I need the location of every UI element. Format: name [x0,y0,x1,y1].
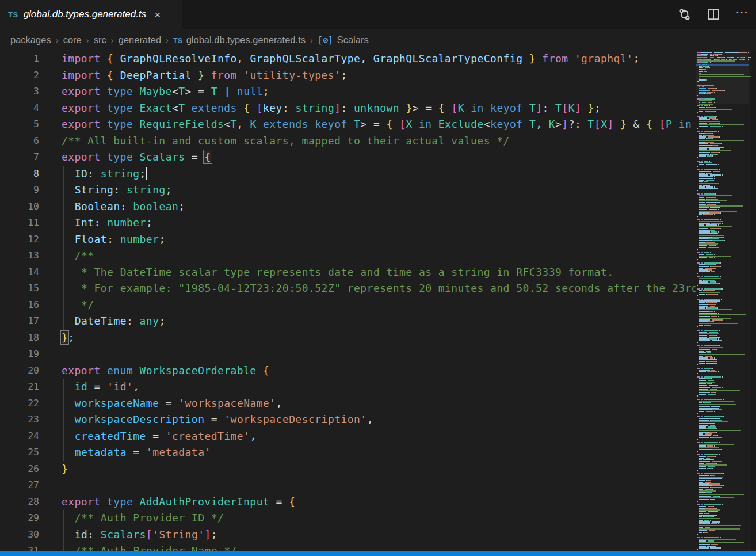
minimap-content [697,52,749,551]
breadcrumb-item-file[interactable]: TS global.db.types.generated.ts [173,35,306,45]
code-token [101,69,107,81]
code-token: key [263,102,282,114]
minimap-viewport-slider[interactable] [696,51,749,104]
breadcrumb-item-src[interactable]: src [94,35,106,45]
line-number: 5 [0,116,39,133]
code-token [204,69,211,81]
code-line: import { GraphQLResolveInfo, GraphQLScal… [62,51,696,67]
code-token: String [75,184,114,196]
code-token: , [536,118,549,130]
more-actions-icon[interactable]: ⋯ [735,7,749,21]
indent-guide [63,510,64,527]
code-token: string [295,102,334,114]
code-token: > = [185,85,211,97]
code-token: ; [633,52,639,64]
line-number: 18 [0,330,39,346]
code-token: , [367,413,373,425]
tab-close-icon[interactable]: × [154,9,161,20]
code-token: ; [68,332,74,344]
code-token: /** All built-in and custom scalars, map… [62,135,510,147]
code-line: Boolean: boolean; [62,199,696,215]
line-number: 16 [0,297,39,314]
code-token: type [107,85,133,97]
indent-guide [63,280,64,297]
code-line: Int: number; [62,215,696,231]
code-token: ; [341,69,347,81]
code-token: Scalars [139,151,185,163]
symbol-type-icon: [⊘] [318,35,333,45]
code-token [536,52,542,64]
indent-guide [63,297,64,314]
code-token: * The DateTime scalar type represents da… [75,266,614,278]
code-token: { [107,69,113,81]
code-token: ] [575,102,581,114]
code-token: { [243,102,250,114]
code-token [445,102,451,114]
code-token: RequireFields [139,118,224,130]
breadcrumb-item-packages[interactable]: packages [10,35,51,45]
code-token: DeepPartial [120,69,192,81]
code-token: Boolean [75,200,120,212]
indent-guide [63,444,64,461]
compare-changes-icon[interactable] [678,7,692,21]
code-token [523,102,529,114]
tab-global-db-types-generated[interactable]: TS global.db.types.generated.ts × [0,0,182,29]
code-line: /** Auth Provider Name */ [62,543,696,551]
code-token: GraphQLScalarTypeConfig [373,52,523,64]
line-number: 22 [0,395,39,412]
code-line: /** Auth Provider ID */ [62,510,696,527]
indent-guide [63,395,64,412]
code-token: [ [659,118,666,130]
tab-bar: TS global.db.types.generated.ts × [0,0,756,29]
split-editor-icon[interactable] [707,7,720,21]
indent-guide [63,264,64,281]
code-token: workspaceDescription [75,413,205,425]
code-token: /** Auth Provider Name */ [75,544,237,551]
code-token: export [62,496,101,508]
code-token: 'utility-types' [243,69,341,81]
code-token: string [127,184,166,196]
code-token: 'graphql' [575,52,633,64]
code-token: ] [334,102,341,114]
scrollbar-track[interactable] [751,51,756,551]
code-line: * The DateTime scalar type represents da… [62,264,696,281]
breadcrumb-item-symbol[interactable]: [⊘] Scalars [318,35,369,45]
code-line: /** [62,247,696,264]
code-token: : [543,102,556,114]
minimap-current-line-highlight [696,64,749,66]
code-token: > = [360,118,386,130]
code-token: in [471,102,484,114]
line-number-gutter: 1234567891011121314151617181920212223242… [0,51,39,551]
indent-guide [63,313,64,330]
code-token [101,151,107,163]
breadcrumb-item-generated[interactable]: generated [119,35,161,45]
code-token: T [588,118,594,130]
bracket-match: } [62,332,68,344]
code-token [432,118,438,130]
breadcrumb-item-core[interactable]: core [63,35,82,45]
line-number: 29 [0,510,39,527]
code-line: * For example: "1985-04-12T23:20:50.52Z"… [62,280,696,297]
code-token: ; [178,200,185,212]
code-token: | [217,85,237,97]
code-token [692,118,696,130]
code-editor[interactable]: 1234567891011121314151617181920212223242… [0,51,696,551]
code-token: GraphQLResolveInfo [120,52,237,64]
line-number: 2 [0,67,39,84]
code-line: workspaceName = 'workspaceName', [62,395,696,412]
minimap[interactable] [696,51,756,551]
code-token: = [146,430,166,442]
line-number: 19 [0,346,39,363]
code-token: { [646,118,652,130]
code-token: X [601,118,607,130]
line-number: 21 [0,379,39,395]
code-line [62,477,696,494]
code-token: keyof [315,118,347,130]
code-line: } [62,461,696,478]
line-number: 8 [0,166,39,182]
code-token: [ [562,102,568,114]
code-token [237,102,243,114]
code-token: keyof [490,118,522,130]
code-token: : [341,102,354,114]
line-number: 31 [0,543,39,551]
